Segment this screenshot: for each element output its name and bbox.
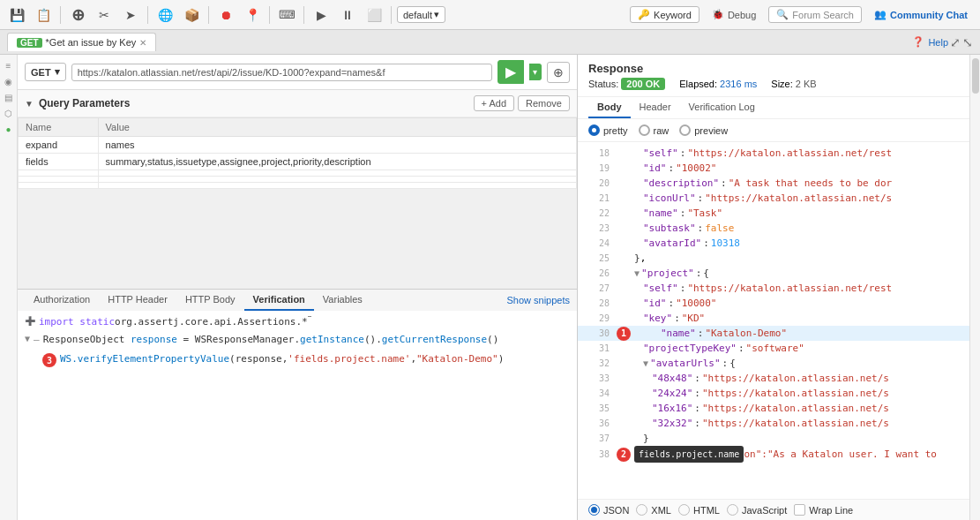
expand-icon[interactable]: ⤢ [950, 35, 961, 49]
forum-search-input[interactable]: 🔍 Forum Search [768, 6, 862, 23]
method-select[interactable]: GET ▾ [25, 63, 66, 81]
preview-radio[interactable] [679, 124, 691, 136]
arrow-icon[interactable]: ➤ [119, 4, 142, 26]
add-button[interactable]: ⊕ [547, 62, 570, 83]
table-row [19, 183, 577, 189]
url-bar: GET ▾ ▶ ▾ ⊕ [18, 55, 577, 90]
format-xml[interactable]: XML [636, 504, 671, 516]
param-value-cell[interactable] [98, 177, 576, 183]
view-pretty[interactable]: pretty [588, 124, 628, 136]
tab-verification[interactable]: Verification [244, 290, 314, 311]
verify-field-param: 'fields.project.name' [288, 353, 410, 365]
format-html[interactable]: HTML [678, 504, 720, 516]
play-icon[interactable]: ▶ [310, 4, 333, 26]
resp-tab-verification-log[interactable]: Verification Log [680, 97, 764, 118]
keyword-button[interactable]: 🔑 Keyword [630, 6, 699, 23]
param-value-cell[interactable]: summary,status,issuetype,assignee,projec… [98, 154, 576, 170]
cursor [308, 316, 311, 317]
field-tooltip-badge: fields.project.name [634, 446, 744, 463]
line-num: 26 [585, 266, 610, 281]
param-name-cell[interactable] [19, 177, 99, 183]
community-chat-button[interactable]: 👥 Community Chat [867, 7, 975, 22]
json-value: "https://katalon.atlassian.net/s [702, 371, 889, 386]
terminal-icon[interactable]: ⌨ [275, 4, 298, 26]
add-param-button[interactable]: + Add [474, 95, 514, 111]
collapse-btn[interactable]: ▼ [25, 334, 30, 343]
json-key: "name" [661, 326, 696, 341]
globe-icon[interactable]: 🌐 [153, 4, 176, 26]
collapse-icon[interactable]: ⤡ [962, 35, 973, 49]
cut-icon[interactable]: ✂ [93, 4, 116, 26]
wrap-line-checkbox[interactable] [794, 504, 805, 516]
raw-radio[interactable] [639, 124, 650, 136]
toggle-btn[interactable]: ▼ [643, 356, 648, 371]
param-name-cell[interactable]: expand [19, 137, 99, 154]
html-radio[interactable] [678, 504, 690, 516]
format-javascript[interactable]: JavaScript [727, 504, 787, 516]
line-num: 25 [585, 251, 610, 266]
json-key: "id" [643, 296, 667, 311]
expand-import-btn[interactable]: ➕ [25, 316, 35, 326]
debug-button[interactable]: 🐞 Debug [705, 7, 763, 22]
sidebar-icon-3[interactable]: ▤ [2, 90, 16, 104]
json-radio[interactable] [588, 504, 600, 516]
default-dropdown[interactable]: default ▾ [397, 6, 445, 23]
save-icon[interactable]: 💾 [5, 4, 28, 26]
resp-tab-body[interactable]: Body [588, 97, 631, 118]
format-json[interactable]: JSON [588, 504, 629, 516]
params-table: Name Value expandnamesfieldssummary,stat… [18, 117, 577, 189]
view-preview[interactable]: preview [679, 124, 728, 136]
pause-icon[interactable]: ⏸ [336, 4, 359, 26]
send-dropdown[interactable]: ▾ [529, 64, 542, 80]
sep1 [60, 6, 61, 24]
catalog-icon[interactable]: 📦 [180, 4, 203, 26]
param-name-cell[interactable]: fields [19, 154, 99, 170]
view-raw[interactable]: raw [639, 124, 670, 136]
tab-close-button[interactable]: ✕ [139, 38, 146, 48]
request-panel: GET ▾ ▶ ▾ ⊕ ▼ Query Parameters + Add Rem… [18, 55, 578, 520]
remove-param-button[interactable]: Remove [518, 95, 570, 111]
tab-http-header[interactable]: HTTP Header [99, 290, 176, 311]
json-key: "name" [643, 206, 678, 221]
sep6 [391, 6, 392, 24]
js-radio[interactable] [727, 504, 738, 516]
help-button[interactable]: ❓ Help [912, 36, 948, 48]
sidebar-icon-1[interactable]: ≡ [2, 58, 16, 72]
toggle-btn[interactable]: ▼ [634, 266, 640, 281]
tab-variables[interactable]: Variables [314, 290, 371, 311]
param-value-cell[interactable] [98, 170, 576, 177]
send-button[interactable]: ▶ [497, 60, 524, 84]
tab-http-body[interactable]: HTTP Body [176, 290, 244, 311]
record-icon[interactable]: ⏺ [214, 4, 237, 26]
stop2-icon[interactable]: ⬜ [363, 4, 385, 26]
add-icon[interactable]: ⊕ [66, 4, 89, 26]
line-num: 33 [585, 371, 610, 386]
param-value-cell[interactable] [98, 183, 576, 189]
json-value: "KD" [682, 311, 706, 326]
format-wrap-line[interactable]: Wrap Line [794, 504, 853, 516]
show-snippets-button[interactable]: Show snippets [506, 295, 570, 305]
stop-icon[interactable]: 📍 [241, 4, 264, 26]
sidebar-icon-5[interactable]: ● [2, 122, 16, 136]
xml-radio[interactable] [636, 504, 647, 516]
save-as-icon[interactable]: 📋 [32, 4, 55, 26]
pretty-radio[interactable] [588, 124, 600, 136]
scrollbar-thumb[interactable] [972, 58, 979, 94]
table-row [19, 177, 577, 183]
code-editor[interactable]: ➕ import static org.assertj.core.api.Ass… [18, 311, 577, 520]
json-line: 31 "projectTypeKey" : "software" [578, 341, 969, 356]
json-line: 24 "avatarId" : 10318 [578, 236, 969, 251]
send-icon: ▶ [505, 64, 516, 80]
tab-authorization[interactable]: Authorization [25, 290, 99, 311]
param-name-cell[interactable] [19, 183, 99, 189]
sep4 [269, 6, 270, 24]
param-name-cell[interactable] [19, 170, 99, 177]
param-value-cell[interactable]: names [98, 137, 576, 154]
sidebar-icon-4[interactable]: ⬡ [2, 106, 16, 120]
sidebar-icon-2[interactable]: ◉ [2, 74, 16, 88]
params-toggle[interactable]: ▼ [25, 99, 34, 109]
resp-tab-header[interactable]: Header [631, 97, 680, 118]
line-num: 34 [585, 386, 610, 401]
request-tab[interactable]: GET *Get an issue by Key ✕ [7, 33, 156, 51]
url-input[interactable] [71, 64, 492, 81]
